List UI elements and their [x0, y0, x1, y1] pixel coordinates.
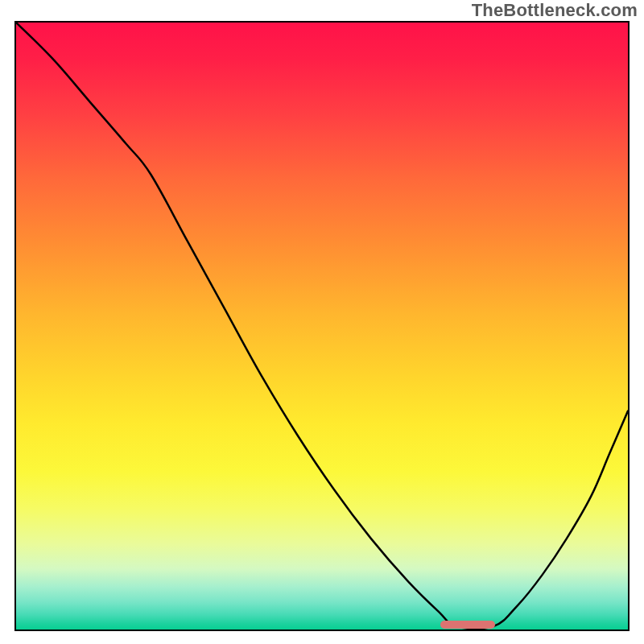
- plot-area: [14, 21, 630, 631]
- optimal-range-marker: [440, 621, 495, 629]
- chart-frame: TheBottleneck.com: [0, 0, 644, 644]
- watermark-text: TheBottleneck.com: [472, 0, 638, 21]
- curve-path: [16, 23, 628, 629]
- bottleneck-curve: [16, 23, 628, 630]
